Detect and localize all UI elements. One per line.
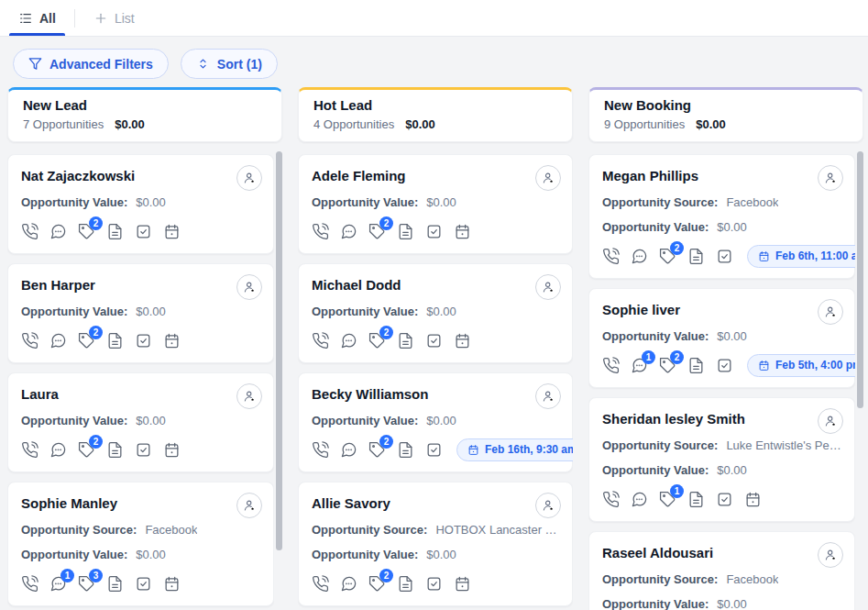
phone-icon[interactable] [602,248,620,265]
assign-user-button[interactable] [535,165,561,191]
opportunity-card[interactable]: Sheridan lesley SmithOpportunity Source:… [588,397,855,522]
task-icon[interactable] [135,223,152,240]
opportunity-value-amount: $0.00 [136,414,166,428]
note-icon[interactable] [397,332,414,349]
opportunity-card[interactable]: Nat ZajaczkowskiOpportunity Value:$0.002 [7,154,274,254]
sort-button[interactable]: Sort (1) [181,49,278,79]
chat-icon[interactable] [340,575,357,593]
opportunity-card[interactable]: Allie SavoryOpportunity Source:HOTBOX La… [298,482,573,606]
calendar-icon[interactable] [454,332,471,349]
task-icon[interactable] [716,357,733,374]
task-icon[interactable] [425,332,443,349]
phone-icon[interactable] [21,223,38,240]
calendar-icon[interactable] [163,223,181,240]
phone-icon[interactable] [21,575,38,593]
opportunity-card[interactable]: Sophie ManleyOpportunity Source:Facebook… [7,482,274,606]
assign-user-button[interactable] [818,165,843,191]
opportunity-card[interactable]: Ben HarperOpportunity Value:$0.002 [7,263,274,363]
phone-icon[interactable] [602,491,620,508]
task-icon[interactable] [425,575,443,593]
note-icon[interactable] [397,441,414,459]
chat-icon[interactable]: 1 [49,575,67,593]
assign-user-button[interactable] [236,274,262,300]
calendar-icon[interactable] [454,575,471,593]
tag-icon[interactable]: 2 [78,441,95,459]
phone-icon[interactable] [312,223,329,240]
chat-icon[interactable]: 1 [631,357,648,374]
tab-add-list[interactable]: List [88,0,140,36]
chat-icon[interactable] [49,223,67,240]
note-icon[interactable] [397,223,414,240]
tag-icon[interactable]: 2 [368,332,386,349]
assign-user-button[interactable] [535,274,561,300]
chat-icon[interactable] [49,332,67,349]
appointment-date-pill[interactable]: Feb 16th, 9:30 am [456,438,573,461]
tag-icon[interactable]: 2 [368,441,386,459]
column-cards: Adele FlemingOpportunity Value:$0.002Mic… [298,154,573,610]
chat-icon[interactable] [340,441,357,459]
assign-user-button[interactable] [236,165,262,191]
task-icon[interactable] [425,223,443,240]
phone-icon[interactable] [312,441,329,459]
calendar-icon[interactable] [163,332,181,349]
opportunity-card[interactable]: Michael DoddOpportunity Value:$0.002 [298,263,573,363]
appointment-date-pill[interactable]: Feb 5th, 4:00 pm [747,354,855,377]
note-icon[interactable] [397,575,414,593]
note-icon[interactable] [687,248,705,265]
assign-user-button[interactable] [236,493,262,518]
assign-user-button[interactable] [236,383,262,409]
card-action-icons: 2Feb 6th, 11:00 am [602,246,841,266]
phone-icon[interactable] [21,441,38,459]
calendar-icon[interactable] [454,223,471,240]
appointment-date-pill[interactable]: Feb 6th, 11:00 am [747,245,855,268]
note-icon[interactable] [106,223,124,240]
task-icon[interactable] [716,248,733,265]
task-icon[interactable] [135,441,152,459]
tag-icon[interactable]: 2 [368,575,386,593]
vertical-scrollbar[interactable] [857,151,863,408]
assign-user-button[interactable] [818,408,843,434]
phone-icon[interactable] [602,357,620,374]
calendar-icon[interactable] [163,441,181,459]
note-icon[interactable] [106,332,124,349]
task-icon[interactable] [135,332,152,349]
chat-icon[interactable] [49,441,67,459]
note-icon[interactable] [106,441,124,459]
calendar-icon[interactable] [744,491,762,508]
calendar-icon[interactable] [163,575,181,593]
task-icon[interactable] [716,491,733,508]
phone-icon[interactable] [312,332,329,349]
tag-icon[interactable]: 2 [78,223,95,240]
task-icon[interactable] [425,441,443,459]
tag-icon[interactable]: 2 [78,332,95,349]
task-icon[interactable] [135,575,152,593]
opportunity-card[interactable]: Raseel AldousariOpportunity Source:Faceb… [588,531,855,610]
chat-icon[interactable] [631,248,648,265]
phone-icon[interactable] [312,575,329,593]
notification-badge: 2 [89,216,103,230]
tag-icon[interactable]: 2 [659,248,676,265]
tab-all[interactable]: All [13,0,61,36]
opportunity-card[interactable]: Sophie liverOpportunity Value:$0.0012Feb… [588,288,855,388]
note-icon[interactable] [106,575,124,593]
phone-icon[interactable] [21,332,38,349]
opportunity-card[interactable]: Megan PhillipsOpportunity Source:Faceboo… [588,154,855,279]
tag-icon[interactable]: 2 [659,357,676,374]
assign-user-button[interactable] [818,542,843,568]
assign-user-button[interactable] [535,383,561,409]
opportunity-card[interactable]: Adele FlemingOpportunity Value:$0.002 [298,154,573,254]
chat-icon[interactable] [340,223,357,240]
note-icon[interactable] [687,491,705,508]
chat-icon[interactable] [340,332,357,349]
tag-icon[interactable]: 3 [78,575,95,593]
opportunity-card[interactable]: LauraOpportunity Value:$0.002 [7,372,274,472]
vertical-scrollbar[interactable] [276,151,282,550]
chat-icon[interactable] [631,491,648,508]
tag-icon[interactable]: 1 [659,491,676,508]
advanced-filters-button[interactable]: Advanced Filters [13,49,169,79]
assign-user-button[interactable] [535,493,561,518]
opportunity-card[interactable]: Becky WilliamsonOpportunity Value:$0.002… [298,372,573,472]
tag-icon[interactable]: 2 [368,223,386,240]
note-icon[interactable] [687,357,705,374]
assign-user-button[interactable] [818,299,843,325]
